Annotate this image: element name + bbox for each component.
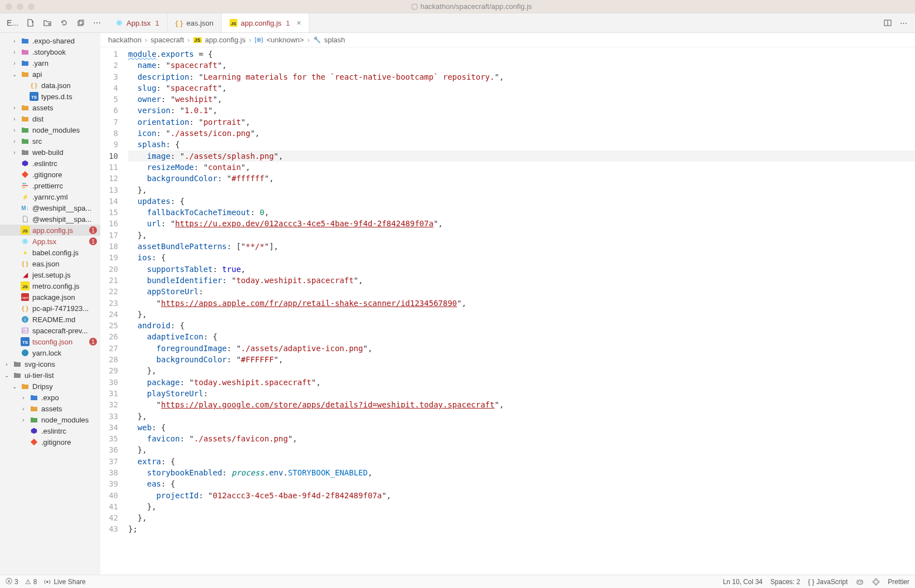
tree-item[interactable]: ⌄ui-tier-list [0, 370, 100, 381]
tree-item[interactable]: .gitignore [0, 436, 100, 448]
file-icon [21, 215, 30, 223]
tree-item[interactable]: ◢jest.setup.js [0, 269, 100, 280]
tab-eas-json[interactable]: { } eas.json [168, 13, 222, 32]
breadcrumb-item[interactable]: app.config.js [205, 36, 246, 44]
git-icon [21, 170, 30, 179]
tab-label: eas.json [187, 19, 213, 27]
code-editor[interactable]: 1234567891011121314151617181920212223242… [100, 47, 915, 575]
tree-item[interactable]: @weshipit__spa... [0, 213, 100, 225]
file-name: README.md [32, 315, 97, 324]
tree-item[interactable]: ›web-build [0, 147, 100, 158]
tree-item[interactable]: ›dist [0, 113, 100, 124]
tree-item[interactable]: TStypes.d.ts [0, 91, 100, 102]
tree-item[interactable]: ⌄api [0, 69, 100, 80]
folder-yellow-icon [21, 70, 30, 79]
file-name: App.tsx [32, 237, 86, 246]
tree-item[interactable]: JSapp.config.js1 [0, 225, 100, 236]
cursor-position[interactable]: Ln 10, Col 34 [723, 578, 762, 586]
tree-item[interactable]: ›svg-icons [0, 358, 100, 370]
file-name: Dripsy [32, 382, 97, 391]
prettier-status[interactable]: Prettier [888, 578, 909, 586]
tab-app-tsx[interactable]: App.tsx 1 [108, 13, 168, 32]
react-icon [115, 19, 123, 27]
file-name: .gitignore [32, 171, 97, 179]
tree-item[interactable]: ›assets [0, 403, 100, 414]
tree-item[interactable]: spacecraft-prev... [0, 325, 100, 336]
code-content[interactable]: module.exports = { name: "spacecraft", d… [128, 47, 915, 575]
svg-point-18 [25, 241, 26, 242]
tree-item[interactable]: { }pc-api-7471923... [0, 303, 100, 314]
problems-errors[interactable]: ⓧ 3 [6, 577, 18, 586]
folder-gray-icon [13, 371, 22, 380]
tree-item[interactable]: ⚡.yarnrc.yml [0, 191, 100, 202]
live-share-label: Live Share [53, 578, 85, 586]
language-mode[interactable]: { } JavaScript [808, 578, 848, 586]
tree-item[interactable]: ›node_modules [0, 124, 100, 135]
tree-item[interactable]: ›.expo-shared [0, 35, 100, 46]
breadcrumb-item[interactable]: hackathon [108, 36, 142, 44]
tree-item[interactable]: .eslintrc [0, 425, 100, 436]
extensions-icon[interactable] [872, 578, 880, 586]
tab-app-config[interactable]: JS app.config.js 1 × [222, 13, 309, 32]
maximize-window-icon[interactable] [28, 3, 35, 10]
breadcrumb-item[interactable]: spacecraft [150, 36, 184, 44]
tab-dirty-badge: 1 [286, 19, 290, 27]
tree-item[interactable]: ›node_modules [0, 414, 100, 425]
tree-item[interactable]: TStsconfig.json1 [0, 336, 100, 347]
file-name: eas.json [32, 260, 97, 268]
tree-item[interactable]: JSmetro.config.js [0, 280, 100, 291]
tree-item[interactable]: iREADME.md [0, 314, 100, 325]
svg-point-2 [119, 22, 120, 24]
tree-item[interactable]: ›src [0, 135, 100, 147]
tree-item[interactable]: npmpackage.json [0, 291, 100, 303]
lang-icon: { } [808, 578, 814, 586]
breadcrumb-item[interactable]: <unknown> [266, 36, 304, 44]
error-badge: 1 [89, 338, 97, 346]
tree-item[interactable]: .prettierrc [0, 180, 100, 191]
more-icon[interactable]: ⋯ [93, 18, 101, 27]
tree-item[interactable]: ›.yarn [0, 57, 100, 69]
more-actions-icon[interactable]: ⋯ [900, 19, 907, 27]
tree-item[interactable]: App.tsx1 [0, 236, 100, 247]
tree-item[interactable]: ›.expo [0, 392, 100, 403]
tree-item[interactable]: { }data.json [0, 80, 100, 91]
new-file-icon[interactable] [26, 18, 35, 27]
yarn-icon [21, 348, 30, 357]
tree-item[interactable]: .gitignore [0, 169, 100, 180]
problems-warnings[interactable]: ⚠ 8 [25, 578, 37, 586]
tree-item[interactable]: ●babel.config.js [0, 247, 100, 258]
file-explorer[interactable]: ›.expo-shared›.storybook›.yarn⌄api{ }dat… [0, 33, 100, 575]
tree-item[interactable]: ›.storybook [0, 46, 100, 57]
folder-pink-icon [21, 47, 30, 56]
main: ›.expo-shared›.storybook›.yarn⌄api{ }dat… [0, 33, 915, 575]
tree-item[interactable]: yarn.lock [0, 347, 100, 358]
breadcrumb-item[interactable]: splash [324, 36, 345, 44]
statusbar-left: ⓧ 3 ⚠ 8 Live Share [6, 577, 86, 586]
tree-item[interactable]: { }eas.json [0, 258, 100, 269]
chevron-icon: › [11, 60, 18, 66]
js-icon: JS [21, 281, 30, 290]
json-icon: { } [176, 19, 183, 27]
split-editor-icon[interactable] [883, 18, 892, 27]
tree-item[interactable]: ⌄Dripsy [0, 381, 100, 392]
copilot-icon[interactable] [855, 577, 864, 586]
tree-item[interactable]: .eslintrc [0, 158, 100, 169]
js-icon: JS [21, 226, 30, 235]
statusbar: ⓧ 3 ⚠ 8 Live Share Ln 10, Col 34 Spaces:… [0, 575, 915, 588]
activity-label[interactable]: E... [7, 18, 18, 27]
svg-text:npm: npm [22, 295, 28, 299]
chevron-icon: ⌄ [3, 372, 10, 378]
tabs: App.tsx 1 { } eas.json JS app.config.js … [108, 13, 309, 32]
svg-rect-15 [22, 187, 25, 188]
indentation[interactable]: Spaces: 2 [771, 578, 800, 586]
tree-item[interactable]: M↓@weshipit__spa... [0, 202, 100, 213]
tree-item[interactable]: ›assets [0, 102, 100, 113]
minimize-window-icon[interactable] [17, 3, 23, 10]
close-window-icon[interactable] [6, 3, 12, 10]
close-icon[interactable]: × [296, 18, 301, 27]
live-share-button[interactable]: Live Share [43, 578, 85, 586]
breadcrumb[interactable]: hackathon › spacecraft › JS app.config.j… [100, 33, 915, 47]
collapse-all-icon[interactable] [76, 18, 85, 27]
new-folder-icon[interactable] [43, 18, 52, 27]
refresh-icon[interactable] [60, 18, 69, 27]
